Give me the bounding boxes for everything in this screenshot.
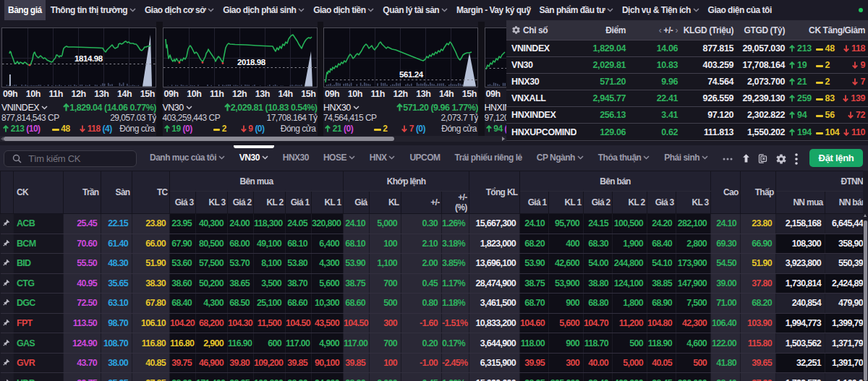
svg-text:2018.98: 2018.98	[237, 58, 266, 67]
svg-text:561.24: 561.24	[399, 70, 424, 79]
svg-text:1814.98: 1814.98	[75, 54, 103, 63]
